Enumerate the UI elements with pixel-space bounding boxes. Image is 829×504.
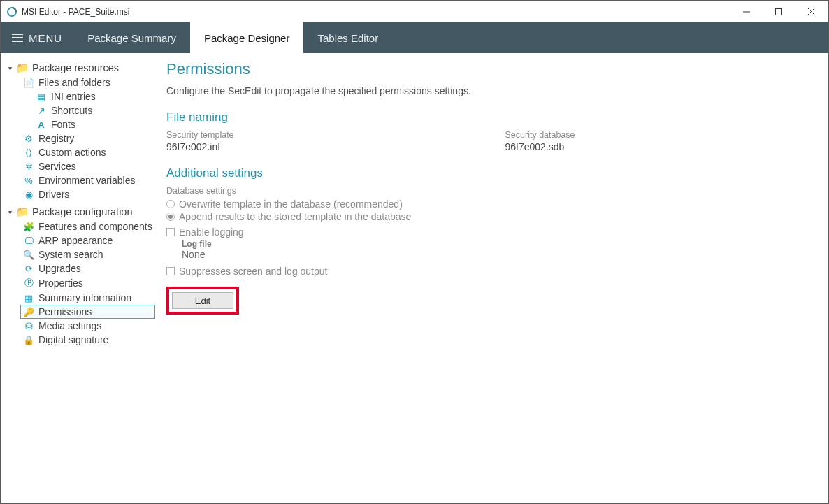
radio-append[interactable]: Append results to the stored template in… <box>166 211 816 222</box>
value-log-file: None <box>182 249 816 260</box>
tree-item-label: Files and folders <box>38 77 110 88</box>
driver-icon: ◉ <box>23 189 34 200</box>
tree-children: 🧩Features and components 🖵ARP appearance… <box>20 219 155 347</box>
maximize-button[interactable] <box>763 1 795 22</box>
checkbox-label: Suppresses screen and log output <box>179 266 327 277</box>
properties-icon: Ⓟ <box>23 277 34 289</box>
minimize-button[interactable] <box>730 1 763 22</box>
edit-button[interactable]: Edit <box>172 292 233 309</box>
value-security-template: 96f7e002.inf <box>166 141 477 152</box>
checkbox-suppress-output[interactable]: Suppresses screen and log output <box>166 266 816 277</box>
tree-group-config: ▾ 📁 Package configuration 🧩Features and … <box>6 204 155 347</box>
tree-item-drivers[interactable]: ◉Drivers <box>20 187 155 201</box>
menu-button[interactable]: MENU <box>1 22 73 53</box>
tree-item-label: INI entries <box>51 91 96 102</box>
radio-overwrite[interactable]: Overwrite template in the database (reco… <box>166 199 816 210</box>
section-file-naming: File naming <box>166 110 816 124</box>
tree-item-label: ARP appearance <box>38 235 113 246</box>
tree-item-label: Custom actions <box>38 147 106 158</box>
tree-item-label: Properties <box>38 278 83 289</box>
tree-head-resources[interactable]: ▾ 📁 Package resources <box>6 60 155 75</box>
tree-item-label: Shortcuts <box>51 105 92 116</box>
tree-item-fonts[interactable]: AFonts <box>33 117 155 131</box>
sidebar: ▾ 📁 Package resources 📄Files and folders… <box>1 53 158 503</box>
tree-item-digital-signature[interactable]: 🔒Digital signature <box>20 333 155 347</box>
search-icon: 🔍 <box>23 250 34 260</box>
tree-item-label: Permissions <box>38 306 92 317</box>
radio-icon <box>166 213 175 221</box>
window-controls <box>730 1 827 22</box>
shortcut-icon: ↗ <box>36 106 47 116</box>
checkbox-icon <box>166 228 175 236</box>
monitor-icon: 🖵 <box>23 236 34 246</box>
tree-item-label: Environment variables <box>38 175 136 186</box>
tree-item-arp[interactable]: 🖵ARP appearance <box>20 233 155 247</box>
tree-item-files[interactable]: 📄Files and folders <box>20 75 155 89</box>
disk-icon: ⛁ <box>23 321 34 331</box>
tree-item-shortcuts[interactable]: ↗Shortcuts <box>33 103 155 117</box>
logfile-block: Log file None <box>182 239 816 260</box>
tree-item-label: Features and components <box>38 221 152 232</box>
refresh-icon: ⟳ <box>23 264 34 274</box>
tree-item-services[interactable]: ✲Services <box>20 159 155 173</box>
hamburger-icon <box>12 34 23 42</box>
tab-tables-editor[interactable]: Tables Editor <box>303 22 392 53</box>
checkbox-enable-logging[interactable]: Enable logging <box>166 226 816 238</box>
font-icon: A <box>36 120 47 130</box>
info-icon: ▦ <box>23 293 34 303</box>
caret-down-icon: ▾ <box>6 64 13 72</box>
content: Permissions Configure the SecEdit to pro… <box>158 53 828 503</box>
page-title: Permissions <box>166 60 816 78</box>
tab-package-designer[interactable]: Package Designer <box>190 22 304 53</box>
folder-icon: 📁 <box>16 62 29 74</box>
tree-item-permissions[interactable]: 🔑Permissions <box>20 305 155 319</box>
tree-item-registry[interactable]: ⚙Registry <box>20 131 155 145</box>
tree-item-system-search[interactable]: 🔍System search <box>20 247 155 261</box>
tab-label: Tables Editor <box>317 32 378 44</box>
menubar: MENU Package Summary Package Designer Ta… <box>1 22 828 53</box>
menu-label: MENU <box>29 32 62 44</box>
tab-label: Package Designer <box>204 32 290 44</box>
edit-button-label: Edit <box>195 296 210 306</box>
col-security-template: Security template 96f7e002.inf <box>166 130 477 152</box>
label-database-settings: Database settings <box>166 186 816 196</box>
file-naming-columns: Security template 96f7e002.inf Security … <box>166 130 816 152</box>
close-button[interactable] <box>795 1 827 22</box>
tree-item-label: Summary information <box>38 292 131 303</box>
app-icon <box>6 6 17 17</box>
svg-rect-2 <box>776 8 782 15</box>
tree-item-label: Fonts <box>51 119 75 130</box>
tree-item-upgrades[interactable]: ⟳Upgrades <box>20 261 155 275</box>
file-icon: 📄 <box>23 78 34 88</box>
titlebar: MSI Editor - PACE_Suite.msi <box>1 1 828 22</box>
tree-head-label: Package resources <box>32 62 119 73</box>
tree-item-ini[interactable]: ▤INI entries <box>33 89 155 103</box>
tree-item-properties[interactable]: ⓅProperties <box>20 275 155 291</box>
label-security-template: Security template <box>166 130 477 140</box>
section-additional-settings: Additional settings <box>166 166 816 180</box>
tree-group-resources: ▾ 📁 Package resources 📄Files and folders… <box>6 60 155 201</box>
registry-icon: ⚙ <box>23 134 34 144</box>
radio-label: Append results to the stored template in… <box>179 211 411 222</box>
ini-icon: ▤ <box>36 92 47 102</box>
page-description: Configure the SecEdit to propagate the s… <box>166 85 816 96</box>
lock-icon: 🔒 <box>23 335 34 345</box>
tree-head-label: Package configuration <box>32 206 133 217</box>
tab-package-summary[interactable]: Package Summary <box>73 22 190 53</box>
tree-item-env-vars[interactable]: %Environment variables <box>20 173 155 187</box>
tree-children: 📄Files and folders ▤INI entries ↗Shortcu… <box>20 75 155 201</box>
checkbox-icon <box>166 267 175 275</box>
tree-item-label: Digital signature <box>38 334 108 345</box>
edit-button-highlight: Edit <box>166 287 239 315</box>
body: ▾ 📁 Package resources 📄Files and folders… <box>1 53 828 503</box>
key-icon: 🔑 <box>23 307 34 317</box>
label-log-file: Log file <box>182 239 816 249</box>
tree-head-config[interactable]: ▾ 📁 Package configuration <box>6 204 155 219</box>
tab-label: Package Summary <box>87 32 176 44</box>
tree-item-features[interactable]: 🧩Features and components <box>20 219 155 233</box>
radio-label: Overwrite template in the database (reco… <box>179 199 403 210</box>
tree-item-summary-info[interactable]: ▦Summary information <box>20 291 155 305</box>
tree-item-media[interactable]: ⛁Media settings <box>20 319 155 333</box>
tree-item-label: Upgrades <box>38 263 81 274</box>
tree-item-custom-actions[interactable]: ⟨⟩Custom actions <box>20 145 155 159</box>
